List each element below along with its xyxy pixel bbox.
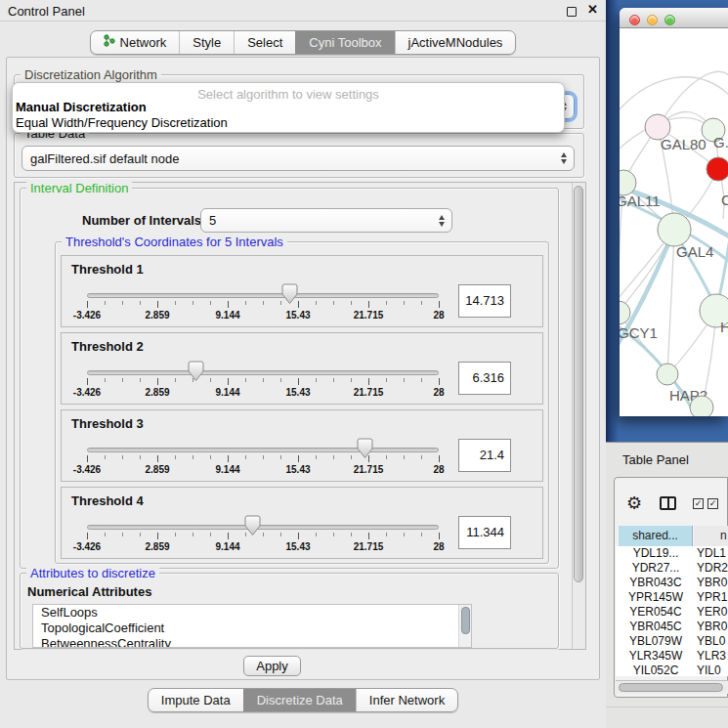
panel-title: Control Panel <box>8 4 85 19</box>
threshold-value-field[interactable]: 21.4 <box>458 439 511 472</box>
split-columns-icon[interactable] <box>660 496 676 510</box>
tick-mark <box>263 301 264 305</box>
close-traffic-light-icon[interactable] <box>629 15 640 25</box>
tab-select[interactable]: Select <box>234 31 295 54</box>
network-node[interactable] <box>620 301 630 324</box>
table-panel: Table Panel ⚙ ✓ ✓ shared... n YDL19...YD… <box>606 442 728 728</box>
table-row[interactable]: YDL19...YDL1 <box>616 546 728 561</box>
table-data-combobox[interactable]: galFiltered.sif default node <box>21 146 575 171</box>
threshold-value-field[interactable]: 14.713 <box>458 284 511 318</box>
tick-label: 2.859 <box>145 541 169 552</box>
threshold-slider-track[interactable] <box>87 293 439 298</box>
threshold-slider-thumb[interactable] <box>357 438 373 459</box>
checkbox-icon[interactable]: ✓ <box>693 498 704 509</box>
tick-mark <box>228 301 229 308</box>
numerical-attribute-item[interactable]: SelfLoops <box>33 605 471 621</box>
checkbox-icon[interactable]: ✓ <box>707 498 718 509</box>
tab-infer-network[interactable]: Infer Network <box>356 689 457 711</box>
table-row[interactable]: YPR145WYPR1 <box>616 590 728 605</box>
cell-shared-name: YBR045C <box>619 620 693 634</box>
tick-mark <box>386 301 387 305</box>
tick-mark <box>105 378 106 382</box>
threshold-slider-track[interactable] <box>87 525 439 530</box>
table-row[interactable]: YBL079WYBL0 <box>616 634 728 649</box>
tick-mark <box>193 301 193 305</box>
bottom-tab-bar: Impute Data Discretize Data Infer Networ… <box>0 688 606 712</box>
network-canvas[interactable]: GAL80G.CGAL11GAL4GCY1HHAP2 <box>620 28 728 416</box>
threshold-slider-track[interactable] <box>87 448 439 452</box>
threshold-slider-thumb[interactable] <box>244 515 261 536</box>
tick-mark <box>210 455 211 459</box>
tick-label: 9.144 <box>215 464 239 475</box>
float-window-icon[interactable] <box>567 7 577 17</box>
tick-label: 2.859 <box>145 310 169 321</box>
column-header-shared-name[interactable]: shared... <box>619 526 693 546</box>
close-icon[interactable]: ✕ <box>587 2 598 17</box>
group-title: Interval Definition <box>26 181 132 195</box>
tick-mark <box>87 533 88 539</box>
tick-mark <box>140 455 141 459</box>
tick-label: 2.859 <box>145 387 169 398</box>
zoom-traffic-light-icon[interactable] <box>664 15 675 25</box>
tab-cyni-toolbox[interactable]: Cyni Toolbox <box>295 31 394 54</box>
tab-style[interactable]: Style <box>179 31 234 54</box>
cell-name: YLR3 <box>697 649 726 664</box>
divider <box>606 707 728 707</box>
tick-mark <box>316 533 317 536</box>
tab-jactivemnodules[interactable]: jActiveMNodules <box>395 31 516 54</box>
tick-mark <box>210 378 211 382</box>
tick-mark <box>333 533 334 536</box>
table-row[interactable]: YDR27...YDR2 <box>616 561 728 576</box>
tick-label: -3.426 <box>73 464 101 475</box>
algorithm-option-manual[interactable]: Manual Discretization <box>16 100 147 114</box>
gear-icon[interactable]: ⚙ <box>626 492 642 513</box>
network-node[interactable] <box>707 157 728 181</box>
network-node[interactable] <box>658 213 691 246</box>
threshold-slider-thumb[interactable] <box>188 361 204 382</box>
cell-name: YER0 <box>697 605 727 620</box>
table-row[interactable]: YLR345WYLR3 <box>616 649 728 664</box>
node-table-panel: ⚙ ✓ ✓ shared... n YDL19...YDL1YDR27...YD… <box>614 477 728 698</box>
column-header-name[interactable]: n <box>694 526 728 546</box>
cell-shared-name: YDR27... <box>619 561 693 576</box>
tick-mark <box>316 378 317 382</box>
tab-network[interactable]: Network <box>91 31 180 54</box>
tab-label: Discretize Data <box>257 689 343 712</box>
table-row[interactable]: YBR045CYBR0 <box>616 620 728 634</box>
table-row[interactable]: YER054CYER0 <box>616 605 728 620</box>
cell-shared-name: YBL079W <box>619 634 693 649</box>
cell-name: YDL1 <box>697 546 726 561</box>
tab-impute-data[interactable]: Impute Data <box>149 689 243 711</box>
network-node[interactable] <box>690 396 713 416</box>
tick-mark <box>140 301 141 305</box>
tick-mark <box>351 301 352 305</box>
tick-mark <box>105 455 106 459</box>
tick-mark <box>157 378 158 385</box>
network-window-titlebar[interactable] <box>620 8 728 28</box>
minimize-traffic-light-icon[interactable] <box>647 15 658 25</box>
network-node[interactable] <box>657 364 678 385</box>
num-intervals-combobox[interactable]: 5 <box>200 208 452 233</box>
tab-discretize-data[interactable]: Discretize Data <box>243 689 356 711</box>
list-scrollbar[interactable] <box>458 605 471 647</box>
network-node-label: G. <box>713 134 728 150</box>
threshold-value-field[interactable]: 6.316 <box>458 362 511 395</box>
tick-mark <box>298 533 299 539</box>
threshold-slider-track[interactable] <box>87 370 439 375</box>
network-node-label: GAL4 <box>676 243 713 260</box>
network-view-window[interactable]: GAL80G.CGAL11GAL4GCY1HHAP2 <box>620 8 728 416</box>
tick-label: -3.426 <box>73 310 101 321</box>
numerical-attribute-item[interactable]: TopologicalCoefficient <box>33 621 471 636</box>
num-intervals-value: 5 <box>209 213 216 228</box>
vertical-scrollbar-thumb[interactable] <box>574 186 583 582</box>
threshold-value-field[interactable]: 11.344 <box>458 516 511 549</box>
apply-button[interactable]: Apply <box>243 656 301 676</box>
list-scrollbar-thumb[interactable] <box>461 607 470 634</box>
numerical-attribute-item[interactable]: BetweennessCentrality <box>33 636 471 648</box>
horizontal-scrollbar-thumb[interactable] <box>619 683 723 692</box>
table-row[interactable]: YBR043CYBR0 <box>616 576 728 590</box>
table-row[interactable]: YIL052CYIL0 <box>616 664 728 676</box>
threshold-slider-thumb[interactable] <box>281 283 298 305</box>
horizontal-scrollbar[interactable] <box>616 680 728 694</box>
algorithm-option-equal-width[interactable]: Equal Width/Frequency Discretization <box>16 115 228 130</box>
